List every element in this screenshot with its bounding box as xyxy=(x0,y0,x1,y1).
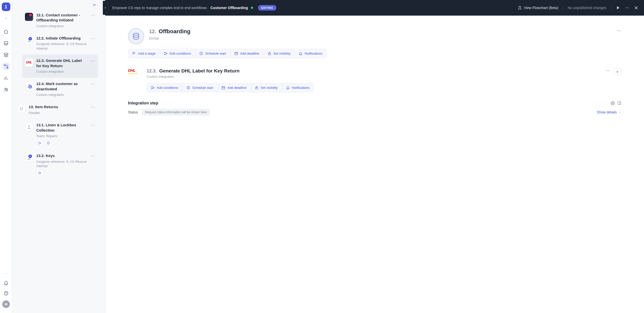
svg-point-30 xyxy=(92,107,93,107)
step-item[interactable]: 13.1. Linen & Lockbox Collection Team: R… xyxy=(22,119,98,150)
add-deadline-button[interactable]: Add deadline xyxy=(217,83,251,92)
notifications-button[interactable]: Notifications xyxy=(295,49,327,58)
group-name: Offboarding xyxy=(159,28,190,34)
bell-icon[interactable] xyxy=(3,279,10,286)
step-subtitle: Custom integration xyxy=(36,69,87,74)
svg-point-1 xyxy=(4,65,5,66)
notifications-button[interactable]: Notifications xyxy=(282,83,314,92)
person-bolt-icon xyxy=(25,153,33,162)
detail-more-icon[interactable] xyxy=(606,68,611,73)
set-visibility-button[interactable]: Set visibility xyxy=(264,49,295,58)
svg-point-52 xyxy=(133,33,139,35)
people-icon[interactable] xyxy=(3,86,10,93)
detail-number: 12.3. xyxy=(147,68,157,73)
step-item[interactable]: 12.4. Mark customer as deactivated Custo… xyxy=(22,78,98,101)
group-icon xyxy=(128,28,144,44)
step-detail: DHL 12.3.Generate DHL Label for Key Retu… xyxy=(128,68,621,115)
svg-point-47 xyxy=(625,8,626,8)
group-type: Group xyxy=(149,36,616,40)
user-avatar[interactable]: M xyxy=(2,300,10,308)
svg-rect-65 xyxy=(268,53,271,55)
more-icon[interactable] xyxy=(90,36,95,51)
add-conditions-button[interactable]: Add conditions xyxy=(147,83,182,92)
svg-point-37 xyxy=(91,125,92,126)
topbar: Empower CS reps to manage complex end to… xyxy=(105,0,644,16)
view-flowchart-button[interactable]: View Flowchart (Beta) xyxy=(518,6,558,10)
step-item-active[interactable]: DHL 12.3. Generate DHL Label for Key Ret… xyxy=(22,55,98,78)
svg-point-70 xyxy=(151,87,152,87)
inbox-icon[interactable] xyxy=(3,40,10,47)
status-badge: Request status information will be shown… xyxy=(142,109,210,115)
svg-point-38 xyxy=(92,125,93,126)
svg-point-57 xyxy=(164,52,165,53)
gear-icon[interactable] xyxy=(611,101,615,105)
more-icon[interactable] xyxy=(90,13,95,28)
layers-icon[interactable] xyxy=(3,51,10,58)
conditions-chip[interactable] xyxy=(91,2,98,8)
show-details-link[interactable]: Show details xyxy=(597,110,621,114)
svg-rect-80 xyxy=(618,102,621,105)
schedule-start-button[interactable]: Schedule start xyxy=(195,49,230,58)
more-icon[interactable] xyxy=(90,153,95,176)
help-icon[interactable] xyxy=(3,290,10,297)
status-row: Status Request status information will b… xyxy=(128,109,621,115)
pin-button[interactable] xyxy=(613,68,621,76)
svg-point-33 xyxy=(38,142,39,142)
svg-point-41 xyxy=(38,172,39,172)
home-icon[interactable] xyxy=(3,28,10,35)
workspace-badge[interactable]: 1 xyxy=(2,3,10,11)
workflow-icon[interactable] xyxy=(3,63,10,70)
main-area: Empower CS reps to manage complex end to… xyxy=(105,0,644,313)
schedule-start-button[interactable]: Schedule start xyxy=(182,83,217,92)
add-deadline-button[interactable]: Add deadline xyxy=(230,49,264,58)
step-item[interactable]: 12.1. Contact customer - Offboarding Ini… xyxy=(22,9,98,32)
more-icon[interactable] xyxy=(90,123,95,146)
workspace-switcher[interactable] xyxy=(4,16,8,22)
svg-rect-74 xyxy=(222,87,225,89)
breadcrumb-parent[interactable]: Empower CS reps to manage complex end to… xyxy=(112,6,207,10)
svg-point-20 xyxy=(91,61,92,61)
svg-point-19 xyxy=(94,38,94,39)
more-icon[interactable] xyxy=(90,81,95,97)
nav-rail: 1 xyxy=(0,0,12,313)
step-item[interactable]: 12.2. Initiate Offboarding Assignee refe… xyxy=(22,32,98,55)
step-item[interactable]: 13.2. Keys Assignee reference: 8. CS Res… xyxy=(22,150,98,180)
detail-action-row: Add conditions Schedule start Add deadli… xyxy=(147,83,314,92)
svg-point-32 xyxy=(28,125,30,127)
svg-point-14 xyxy=(92,15,93,16)
edit-conditions-button[interactable]: Edit conditions xyxy=(160,49,195,58)
svg-rect-78 xyxy=(255,88,258,89)
step-title: 13. Item Returns xyxy=(29,104,87,109)
step-subtitle: Custom integration xyxy=(36,24,87,28)
step-subtitle: Assignee reference: 8. CS Rescue Attempt xyxy=(36,160,87,168)
group-more-icon[interactable] xyxy=(616,28,621,33)
svg-point-71 xyxy=(151,88,152,89)
step-item-group[interactable]: 13. Item Returns Parallel xyxy=(15,101,98,119)
status-indicator xyxy=(251,7,253,9)
svg-rect-61 xyxy=(235,52,238,55)
svg-point-39 xyxy=(94,125,94,126)
time-chip[interactable] xyxy=(45,140,51,146)
conditions-chip[interactable] xyxy=(36,170,43,176)
close-icon[interactable] xyxy=(634,6,638,10)
svg-point-10 xyxy=(93,4,93,4)
analytics-icon[interactable] xyxy=(3,74,10,82)
collapse-sidebar[interactable] xyxy=(103,1,108,15)
more-icon[interactable] xyxy=(90,58,95,74)
person-bolt-icon xyxy=(25,36,33,44)
canvas: 12.Offboarding Group Add a stage Edit co… xyxy=(105,16,644,313)
svg-marker-0 xyxy=(4,53,8,55)
set-visibility-button[interactable]: Set visibility xyxy=(251,83,282,92)
more-icon[interactable] xyxy=(625,6,629,10)
step-title: 12.4. Mark customer as deactivated xyxy=(36,81,87,92)
more-icon[interactable] xyxy=(90,104,95,115)
step-subtitle: Team: Repairs xyxy=(36,134,87,138)
conditions-chip[interactable] xyxy=(36,140,43,146)
svg-point-44 xyxy=(91,156,92,156)
step-title: 12.2. Initiate Offboarding xyxy=(36,36,87,41)
svg-point-79 xyxy=(612,103,613,104)
panel-icon[interactable] xyxy=(617,101,621,105)
add-stage-button[interactable]: Add a stage xyxy=(128,49,160,58)
play-icon[interactable] xyxy=(616,6,620,10)
step-sidebar: 12.1. Contact customer - Offboarding Ini… xyxy=(12,0,105,313)
